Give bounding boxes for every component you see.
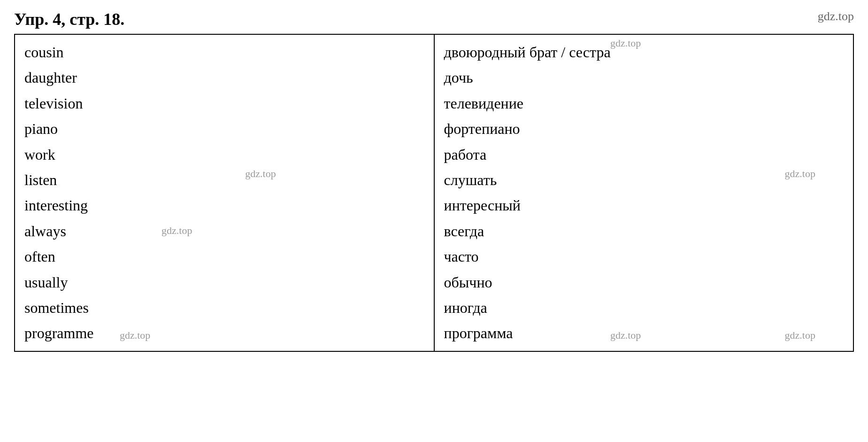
russian-word-1: двоюродный брат / сестра [444, 39, 844, 65]
english-word-5: work [24, 142, 424, 167]
english-word-12: programme [24, 320, 424, 346]
english-word-6: listen [24, 167, 424, 193]
russian-column: gdz.top двоюродный брат / сестра дочь те… [434, 34, 854, 351]
english-word-3: television [24, 91, 424, 116]
english-word-list: cousin daughter television piano work li… [24, 39, 424, 346]
russian-word-9: часто [444, 244, 844, 269]
english-word-10: usually [24, 270, 424, 295]
russian-word-list: двоюродный брат / сестра дочь телевидени… [444, 39, 844, 346]
english-word-7: interesting [24, 193, 424, 218]
russian-word-7: интересный [444, 193, 844, 218]
english-word-2: daughter [24, 65, 424, 90]
russian-word-5: работа [444, 142, 844, 167]
watermark-right-mid: gdz.top [785, 168, 815, 180]
page-title: Упр. 4, стр. 18. gdz.top [14, 9, 854, 29]
watermark-header-right: gdz.top [818, 9, 854, 23]
english-word-11: sometimes [24, 295, 424, 320]
watermark-right-top: gdz.top [610, 37, 641, 49]
english-word-4: piano [24, 116, 424, 141]
russian-word-12: программа [444, 320, 844, 346]
vocabulary-table: cousin daughter television piano work li… [14, 34, 854, 352]
watermark-center-bottom: gdz.top [610, 329, 641, 341]
english-word-1: cousin [24, 39, 424, 65]
russian-word-3: телевидение [444, 91, 844, 116]
watermark-left-bottom: gdz.top [120, 329, 150, 341]
russian-word-2: дочь [444, 65, 844, 90]
english-word-9: often [24, 244, 424, 269]
english-word-8: always [24, 218, 424, 244]
russian-word-8: всегда [444, 218, 844, 244]
english-column: cousin daughter television piano work li… [15, 34, 434, 351]
watermark-left-mid: gdz.top [245, 168, 276, 180]
watermark-right-bottom: gdz.top [785, 329, 815, 341]
watermark-left-mid2: gdz.top [161, 225, 192, 237]
title-text: Упр. 4, стр. 18. [14, 9, 124, 29]
russian-word-10: обычно [444, 270, 844, 295]
russian-word-11: иногда [444, 295, 844, 320]
russian-word-6: слушать [444, 167, 844, 193]
russian-word-4: фортепиано [444, 116, 844, 141]
